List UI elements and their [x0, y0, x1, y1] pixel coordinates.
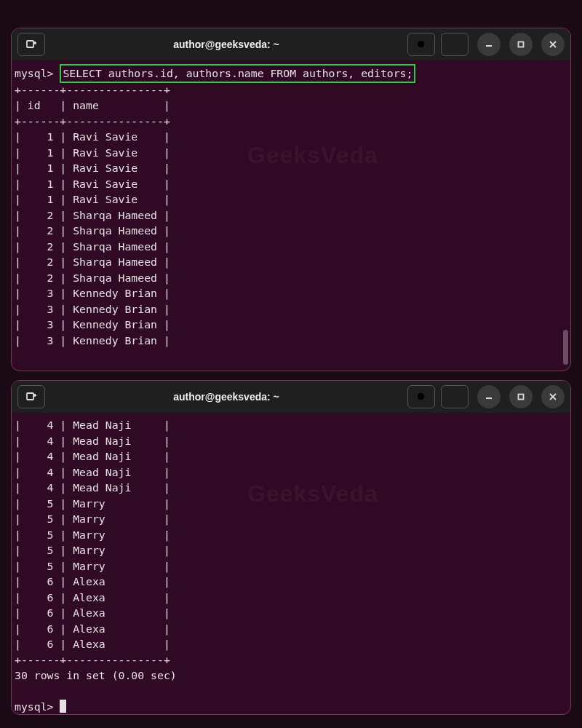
close-button[interactable]	[541, 33, 565, 56]
new-tab-icon	[25, 39, 37, 50]
maximize-button[interactable]	[509, 385, 533, 408]
minimize-icon	[485, 392, 493, 401]
titlebar-1: author@geeksveda: ~	[12, 28, 570, 60]
separator-line: +------+---------------+	[15, 115, 170, 127]
result-summary: 30 rows in set (0.00 sec)	[15, 669, 177, 681]
maximize-button[interactable]	[509, 33, 533, 56]
maximize-icon	[517, 392, 525, 401]
window-title-1: author@geeksveda: ~	[51, 39, 402, 50]
terminal-cursor	[60, 700, 66, 713]
mysql-prompt: mysql>	[15, 67, 53, 79]
separator-line: +------+---------------+	[15, 654, 170, 666]
scrollbar-thumb[interactable]	[563, 330, 568, 365]
svg-rect-12	[27, 393, 33, 400]
terminal-body-1[interactable]: mysql> SELECT authors.id, authors.name F…	[12, 60, 570, 371]
separator-line: +------+---------------+	[15, 84, 170, 96]
menu-button[interactable]	[441, 385, 469, 408]
terminal-window-1: author@geeksveda: ~ mysql> SELECT author…	[11, 28, 571, 371]
svg-point-3	[417, 40, 423, 47]
svg-rect-9	[519, 42, 524, 47]
new-tab-button[interactable]	[17, 33, 45, 56]
minimize-icon	[485, 40, 493, 49]
table-rows-1: | 1 | Ravi Savie | | 1 | Ravi Savie | | …	[15, 130, 170, 347]
titlebar-2: author@geeksveda: ~	[12, 381, 570, 413]
search-icon	[416, 392, 427, 403]
mysql-prompt: mysql>	[15, 700, 53, 713]
terminal-window-2: author@geeksveda: ~ | 4 | Mead Naji | | …	[11, 380, 571, 715]
close-icon	[549, 40, 557, 49]
table-rows-2: | 4 | Mead Naji | | 4 | Mead Naji | | 4 …	[15, 419, 170, 650]
search-button[interactable]	[407, 385, 435, 408]
close-icon	[549, 392, 557, 401]
minimize-button[interactable]	[477, 33, 501, 56]
maximize-icon	[517, 40, 525, 49]
svg-line-4	[423, 47, 426, 50]
svg-rect-21	[519, 395, 524, 400]
search-button[interactable]	[407, 33, 435, 56]
minimize-button[interactable]	[477, 385, 501, 408]
close-button[interactable]	[541, 385, 565, 408]
hamburger-icon	[450, 39, 461, 50]
hamburger-icon	[450, 392, 461, 403]
new-tab-button[interactable]	[17, 385, 45, 408]
menu-button[interactable]	[441, 33, 469, 56]
svg-rect-0	[27, 41, 33, 47]
search-icon	[416, 39, 427, 50]
new-tab-icon	[25, 391, 37, 403]
window-title-2: author@geeksveda: ~	[51, 391, 402, 403]
terminal-body-2[interactable]: | 4 | Mead Naji | | 4 | Mead Naji | | 4 …	[12, 413, 570, 714]
table-header-row: | id | name |	[15, 99, 170, 111]
sql-query-highlight: SELECT authors.id, authors.name FROM aut…	[60, 64, 415, 83]
svg-point-15	[417, 392, 423, 399]
svg-line-16	[423, 399, 426, 402]
